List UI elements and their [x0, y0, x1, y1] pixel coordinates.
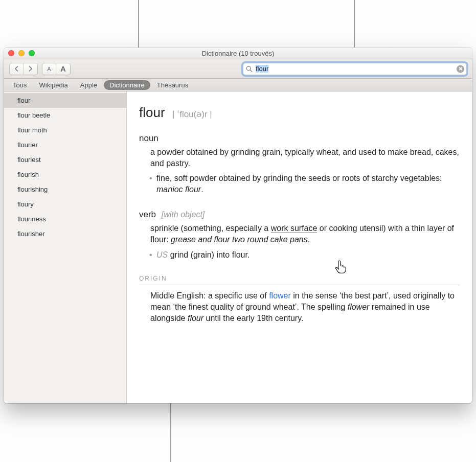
forward-button[interactable] [24, 63, 37, 75]
tab-apple[interactable]: Apple [75, 80, 103, 90]
definition-verb: sprinkle (something, especially a work s… [150, 223, 460, 245]
font-size-segment: A A [42, 63, 71, 75]
close-button[interactable] [8, 50, 14, 56]
origin-text: until the early 19th century. [203, 314, 303, 322]
window-title: Dictionnaire (10 trouvés) [202, 50, 275, 57]
pos-noun: noun [139, 133, 460, 145]
dictionary-window: Dictionnaire (10 trouvés) A A [4, 48, 472, 403]
origin-body: Middle English: a specific use of flower… [150, 290, 460, 324]
font-smaller-button[interactable]: A [42, 63, 56, 75]
body: flour flour beetle flour moth flourier f… [4, 91, 472, 403]
definition-pane[interactable]: flour | ˈflou(ə)r | noun a powder obtain… [127, 91, 472, 403]
gram-label: [with object] [162, 210, 205, 219]
origin-link-flower[interactable]: flower [269, 291, 291, 300]
subdefinition-noun: fine, soft powder obtained by grinding t… [150, 173, 460, 195]
pronunciation: | ˈflou(ə)r | [172, 109, 212, 119]
tab-wikipedia[interactable]: Wikipédia [33, 80, 73, 90]
pos-verb-label: verb [139, 210, 156, 219]
xref-link[interactable]: work surface [271, 224, 318, 233]
subdef-text: grind (grain) into flour. [168, 250, 250, 259]
region-label: US [156, 250, 168, 259]
search-input[interactable] [243, 63, 467, 75]
zoom-button[interactable] [29, 50, 35, 56]
list-item[interactable]: flouriest [4, 152, 126, 167]
origin-header: ORIGIN [139, 274, 460, 285]
def-post: . [308, 235, 310, 244]
list-item[interactable]: flouriness [4, 212, 126, 226]
example-text: grease and flour two round cake pans [171, 235, 308, 244]
source-tabs: Tous Wikipédia Apple Dictionnaire Thésau… [4, 79, 472, 91]
list-item[interactable]: floury [4, 197, 126, 212]
example-text: manioc flour [156, 185, 201, 194]
tab-thesaurus[interactable]: Thésaurus [151, 80, 194, 90]
tab-tous[interactable]: Tous [7, 80, 32, 90]
subdefinition-verb: US grind (grain) into flour. [150, 249, 460, 261]
font-larger-button[interactable]: A [56, 63, 70, 75]
results-sidebar[interactable]: flour flour beetle flour moth flourier f… [4, 91, 127, 403]
def-pre: sprinkle (something, especially a [150, 224, 271, 233]
list-item[interactable]: flourish [4, 167, 126, 182]
back-button[interactable] [10, 63, 24, 75]
list-item[interactable]: flourisher [4, 226, 126, 241]
nav-segment [9, 63, 38, 75]
origin-italic: flour [188, 314, 203, 322]
pos-verb: verb [with object] [139, 209, 460, 221]
titlebar: Dictionnaire (10 trouvés) [4, 48, 472, 59]
search-field-wrap [243, 63, 467, 75]
search-icon [246, 65, 253, 72]
definition-noun: a powder obtained by grinding grain, typ… [150, 147, 460, 169]
origin-text: Middle English: a specific use of [150, 291, 269, 300]
list-item[interactable]: flour beetle [4, 108, 126, 123]
subdef-post: . [201, 185, 203, 194]
subdef-text: fine, soft powder obtained by grinding t… [156, 174, 442, 182]
list-item[interactable]: flour [4, 93, 126, 108]
tab-dictionnaire[interactable]: Dictionnaire [104, 80, 150, 90]
clear-search-button[interactable] [457, 65, 464, 73]
list-item[interactable]: flourier [4, 137, 126, 152]
svg-line-1 [250, 70, 252, 72]
chevron-left-icon [14, 66, 19, 72]
minimize-button[interactable] [18, 50, 25, 56]
chevron-right-icon [28, 66, 33, 72]
list-item[interactable]: flour moth [4, 123, 126, 137]
list-item[interactable]: flourishing [4, 182, 126, 197]
headword-line: flour | ˈflou(ə)r | [139, 104, 460, 122]
toolbar: A A [4, 59, 472, 79]
window-controls [8, 48, 35, 59]
headword: flour [139, 105, 165, 120]
origin-italic: flower [348, 303, 370, 311]
